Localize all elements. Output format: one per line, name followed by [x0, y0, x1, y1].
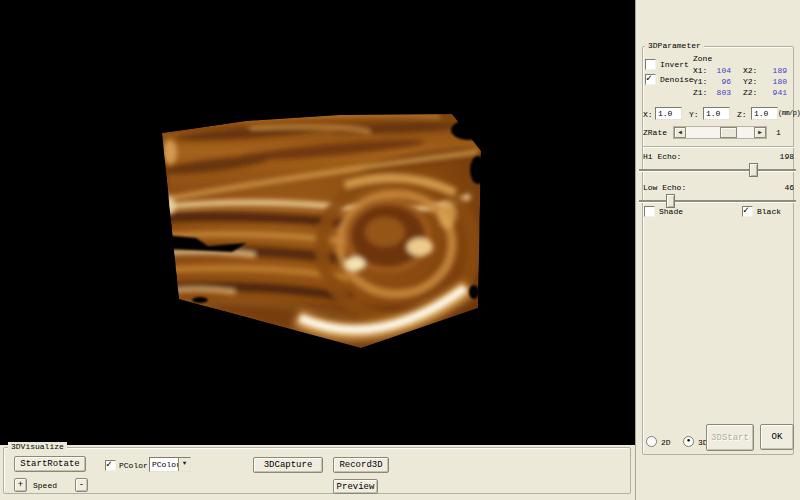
zone-label: Zone: [693, 54, 712, 64]
3d-viewport[interactable]: [0, 0, 635, 445]
zone-x2-label: X2:: [743, 66, 757, 75]
parameter-group-title: 3DParameter: [645, 41, 704, 51]
start-rotate-button[interactable]: StartRotate: [14, 456, 86, 472]
black-checkmark: ✓: [743, 205, 749, 216]
zone-x2-value: 189: [759, 66, 787, 75]
zrate-scroll-left-icon[interactable]: ◀: [674, 127, 686, 138]
z-scale-input[interactable]: [751, 107, 778, 120]
mode-3d-radio-dot: ●: [685, 435, 692, 446]
hi-echo-slider-track[interactable]: [639, 169, 796, 171]
zone-y2-value: 180: [759, 77, 787, 86]
zone-z2-label: Z2:: [743, 88, 757, 97]
z-scale-label: Z:: [737, 110, 747, 120]
low-echo-slider-track[interactable]: [639, 200, 796, 202]
hi-echo-label: Hi Echo:: [643, 152, 681, 162]
zone-z1-label: Z1:: [693, 88, 707, 97]
invert-label: Invert: [660, 60, 689, 70]
mode-2d-label: 2D: [661, 438, 671, 448]
visualize-panel: 3DVisualize StartRotate + Speed - ✓ PCol…: [0, 445, 635, 500]
zone-row-y: Y1: 96 Y2: 180: [693, 77, 789, 86]
parameter-panel: 3DParameter Invert ✓ Denoise Zone X1: 10…: [635, 0, 800, 500]
separator-line: [643, 146, 794, 148]
pcolor-dropdown-value: PColor: [152, 460, 181, 469]
y-scale-input[interactable]: [703, 107, 730, 120]
zone-y1-label: Y1:: [693, 77, 707, 86]
visualize-group-title: 3DVisualize: [8, 442, 67, 452]
pcolor-checkbox[interactable]: ✓: [105, 460, 116, 471]
shade-label: Shade: [659, 207, 683, 217]
zrate-scrollbar[interactable]: ◀ ▶: [673, 126, 767, 139]
y-scale-label: Y:: [689, 110, 699, 120]
invert-checkbox[interactable]: [645, 59, 656, 70]
zone-y2-label: Y2:: [743, 77, 757, 86]
hi-echo-slider-thumb[interactable]: [749, 163, 758, 177]
ultrasound-volume: [0, 0, 635, 445]
zrate-value: 1: [776, 128, 781, 138]
pcolor-label: PColor: [119, 461, 148, 471]
shade-checkbox[interactable]: [644, 206, 655, 217]
x-scale-label: X:: [643, 110, 653, 120]
ok-button[interactable]: OK: [760, 424, 794, 450]
zone-x1-label: X1:: [693, 66, 707, 75]
preview-button[interactable]: Preview: [333, 479, 378, 494]
zone-y1-value: 96: [707, 77, 731, 86]
black-checkbox[interactable]: ✓: [742, 206, 753, 217]
hi-echo-value: 198: [751, 152, 794, 162]
denoise-checkmark: ✓: [646, 73, 652, 84]
pcolor-checkmark: ✓: [106, 459, 112, 470]
low-echo-slider-thumb[interactable]: [666, 194, 675, 208]
pcolor-dropdown-arrow-icon[interactable]: ▼: [178, 458, 190, 471]
mode-3d-radio[interactable]: ●: [683, 436, 694, 447]
mode-2d-radio[interactable]: [646, 436, 657, 447]
zone-z2-value: 941: [759, 88, 787, 97]
black-label: Black: [757, 207, 781, 217]
speed-minus-button[interactable]: -: [75, 478, 88, 492]
3dcapture-button[interactable]: 3DCapture: [253, 457, 323, 473]
low-echo-value: 46: [751, 183, 794, 193]
x-scale-input[interactable]: [655, 107, 682, 120]
zone-x1-value: 104: [707, 66, 731, 75]
speed-label: Speed: [33, 481, 57, 491]
zrate-scrollbar-thumb[interactable]: [720, 127, 737, 138]
speed-plus-button[interactable]: +: [14, 478, 27, 492]
record3d-button[interactable]: Record3D: [333, 457, 389, 473]
pcolor-dropdown[interactable]: PColor ▼: [149, 457, 191, 472]
zrate-scroll-right-icon[interactable]: ▶: [754, 127, 766, 138]
scale-unit-label: (mm/p): [778, 108, 800, 118]
zone-row-x: X1: 104 X2: 189: [693, 66, 789, 75]
zone-z1-value: 803: [707, 88, 731, 97]
3dstart-button[interactable]: 3DStart: [706, 424, 754, 451]
denoise-checkbox[interactable]: ✓: [645, 74, 656, 85]
low-echo-label: Low Echo:: [643, 183, 686, 193]
denoise-label: Denoise: [660, 75, 694, 85]
zrate-label: ZRate: [643, 128, 667, 138]
zone-row-z: Z1: 803 Z2: 941: [693, 88, 789, 97]
